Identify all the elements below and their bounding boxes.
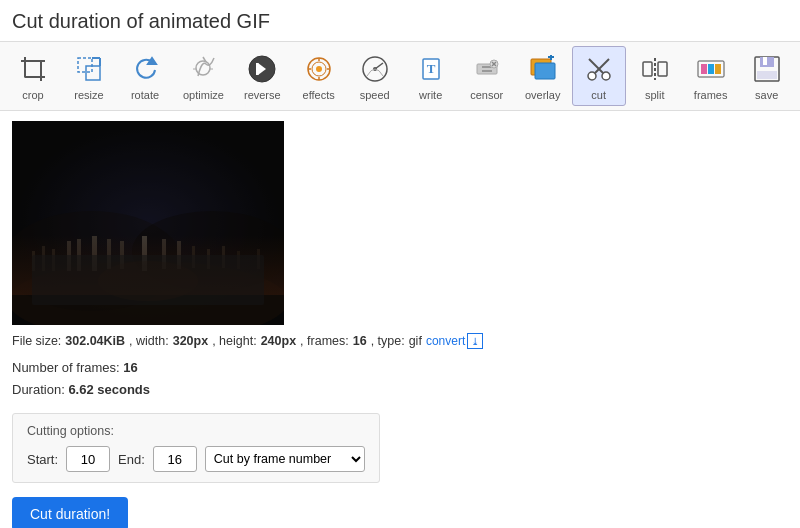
cutting-options-title: Cutting options: — [27, 424, 365, 438]
svg-rect-75 — [12, 121, 284, 325]
save-icon — [749, 51, 785, 87]
stats-section: Number of frames: 16 Duration: 6.62 seco… — [12, 357, 788, 401]
duration-stat: Duration: 6.62 seconds — [12, 379, 788, 401]
end-label: End: — [118, 452, 145, 467]
toolbar-label-frames: frames — [694, 89, 728, 101]
file-info: File size: 302.04KiB, width: 320px, heig… — [12, 333, 788, 349]
toolbar-item-write[interactable]: T write — [404, 46, 458, 106]
file-type: gif — [409, 334, 422, 348]
svg-rect-71 — [222, 246, 225, 268]
svg-rect-5 — [78, 58, 92, 72]
cutting-options-box: Cutting options: Start: End: Cut by fram… — [12, 413, 380, 483]
frames-stat-value: 16 — [123, 360, 137, 375]
svg-rect-48 — [708, 64, 714, 74]
toolbar-item-save[interactable]: save — [740, 46, 794, 106]
toolbar-label-overlay: overlay — [525, 89, 560, 101]
svg-rect-67 — [162, 239, 166, 269]
toolbar-label-speed: speed — [360, 89, 390, 101]
page-title: Cut duration of animated GIF — [0, 0, 800, 41]
toolbar-label-write: write — [419, 89, 442, 101]
svg-rect-52 — [763, 57, 767, 65]
file-size: 302.04KiB — [65, 334, 125, 348]
toolbar-item-rotate[interactable]: rotate — [118, 46, 172, 106]
overlay-icon — [525, 51, 561, 87]
svg-rect-59 — [42, 246, 45, 271]
svg-rect-66 — [142, 236, 147, 271]
toolbar-label-rotate: rotate — [131, 89, 159, 101]
gif-preview-image — [12, 121, 284, 325]
action-row: Cut duration! — [12, 497, 788, 528]
svg-rect-47 — [701, 64, 707, 74]
svg-rect-58 — [32, 251, 35, 271]
svg-rect-68 — [177, 241, 181, 269]
rotate-icon — [127, 51, 163, 87]
toolbar-item-reverse[interactable]: reverse — [235, 46, 290, 106]
toolbar-label-effects: effects — [303, 89, 335, 101]
toolbar-label-split: split — [645, 89, 665, 101]
end-input[interactable] — [153, 446, 197, 472]
content-area: File size: 302.04KiB, width: 320px, heig… — [0, 111, 800, 528]
frames-stat: Number of frames: 16 — [12, 357, 788, 379]
crop-icon — [15, 51, 51, 87]
svg-rect-73 — [257, 249, 260, 269]
svg-point-23 — [316, 66, 322, 72]
toolbar-item-frames[interactable]: frames — [684, 46, 738, 106]
toolbar-label-reverse: reverse — [244, 89, 281, 101]
duration-stat-label: Duration: — [12, 382, 68, 397]
gif-preview — [12, 121, 284, 325]
toolbar-label-censor: censor — [470, 89, 503, 101]
toolbar-item-effects[interactable]: effects — [292, 46, 346, 106]
svg-rect-2 — [25, 61, 41, 77]
toolbar-item-crop[interactable]: crop — [6, 46, 60, 106]
svg-rect-36 — [535, 63, 555, 79]
svg-rect-60 — [52, 249, 55, 271]
svg-rect-61 — [67, 241, 71, 271]
svg-point-42 — [602, 72, 610, 80]
speed-icon — [357, 51, 393, 87]
file-height: 240px — [261, 334, 296, 348]
toolbar-label-resize: resize — [74, 89, 103, 101]
split-icon — [637, 51, 673, 87]
svg-rect-62 — [77, 239, 81, 271]
toolbar-label-crop: crop — [22, 89, 43, 101]
svg-rect-70 — [207, 249, 210, 269]
svg-rect-69 — [192, 246, 195, 268]
toolbar-label-save: save — [755, 89, 778, 101]
svg-rect-53 — [757, 71, 777, 79]
file-width: 320px — [173, 334, 208, 348]
svg-marker-9 — [148, 58, 156, 64]
file-info-label: File size: — [12, 334, 61, 348]
toolbar-item-optimize[interactable]: optimize — [174, 46, 233, 106]
svg-text:T: T — [426, 61, 435, 76]
convert-button[interactable]: convert ⤓ — [426, 333, 483, 349]
cut-icon — [581, 51, 617, 87]
svg-rect-6 — [86, 66, 100, 80]
toolbar-item-resize[interactable]: resize — [62, 46, 116, 106]
method-select[interactable]: Cut by frame number Cut by time (seconds… — [205, 446, 365, 472]
toolbar-item-censor[interactable]: censor — [460, 46, 514, 106]
svg-point-41 — [588, 72, 596, 80]
write-icon: T — [413, 51, 449, 87]
svg-rect-45 — [658, 62, 667, 76]
toolbar-label-cut: cut — [591, 89, 606, 101]
effects-icon — [301, 51, 337, 87]
censor-icon — [469, 51, 505, 87]
svg-rect-49 — [715, 64, 721, 74]
optimize-icon — [185, 51, 221, 87]
cut-duration-button[interactable]: Cut duration! — [12, 497, 128, 528]
toolbar-item-speed[interactable]: speed — [348, 46, 402, 106]
frames-stat-label: Number of frames: — [12, 360, 123, 375]
toolbar-item-overlay[interactable]: overlay — [516, 46, 570, 106]
file-frames: 16 — [353, 334, 367, 348]
convert-icon: ⤓ — [467, 333, 483, 349]
svg-rect-72 — [237, 251, 240, 269]
svg-rect-16 — [256, 63, 259, 75]
reverse-icon — [244, 51, 280, 87]
start-label: Start: — [27, 452, 58, 467]
toolbar-label-optimize: optimize — [183, 89, 224, 101]
start-input[interactable] — [66, 446, 110, 472]
toolbar-item-split[interactable]: split — [628, 46, 682, 106]
svg-rect-44 — [643, 62, 652, 76]
svg-rect-63 — [92, 236, 97, 271]
toolbar-item-cut[interactable]: cut — [572, 46, 626, 106]
